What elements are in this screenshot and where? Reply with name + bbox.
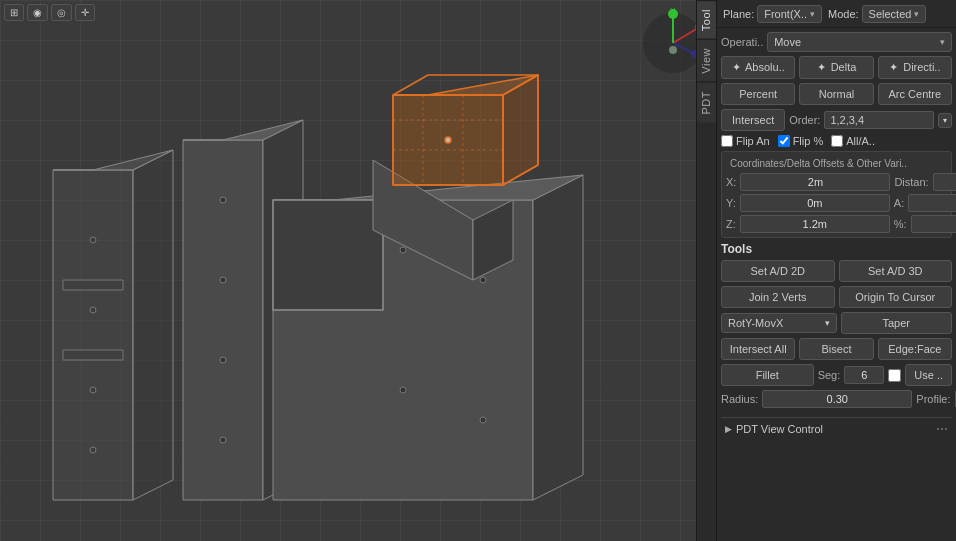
mode-label: Mode: Selected xyxy=(828,5,926,23)
svg-point-22 xyxy=(220,277,226,283)
svg-point-31 xyxy=(480,277,486,283)
svg-point-15 xyxy=(90,307,96,313)
operation-row: Operati.. Move xyxy=(721,32,952,52)
svg-text:Y: Y xyxy=(670,8,676,15)
svg-point-17 xyxy=(90,447,96,453)
bisect-button[interactable]: Bisect xyxy=(799,338,873,360)
main-viewport: ⊞ ◉ ◎ ✛ X Y Z xyxy=(0,0,716,541)
roty-taper-row: RotY-MovX Taper xyxy=(721,312,952,334)
intersect-all-button[interactable]: Intersect All xyxy=(721,338,795,360)
set-ad-2d-button[interactable]: Set A/D 2D xyxy=(721,260,835,282)
mode-dropdown[interactable]: Selected xyxy=(862,5,927,23)
svg-point-32 xyxy=(400,387,406,393)
flip-percent-item: Flip % xyxy=(778,135,824,147)
camera-icon-btn[interactable]: ◉ xyxy=(27,4,48,21)
plane-label-text: Plane: xyxy=(723,8,754,20)
order-dropdown[interactable] xyxy=(938,113,952,128)
fillet-button[interactable]: Fillet xyxy=(721,364,814,386)
absolute-button[interactable]: ✦ Absolu.. xyxy=(721,56,795,79)
grid-icon-btn[interactable]: ⊞ xyxy=(4,4,24,21)
seg-checkbox[interactable] xyxy=(888,369,901,382)
pdt-view-options-icon[interactable]: ⋯ xyxy=(936,422,948,436)
svg-marker-10 xyxy=(133,150,173,500)
percent-label: %: xyxy=(894,218,907,230)
all-a-checkbox[interactable] xyxy=(831,135,843,147)
origin-to-cursor-button[interactable]: Origin To Cursor xyxy=(839,286,953,308)
delta-button[interactable]: ✦ Delta xyxy=(799,56,873,79)
intersect-order-row: Intersect Order: xyxy=(721,109,952,131)
pdt-view-label: PDT View Control xyxy=(736,423,932,435)
transform-buttons-row2: Percent Normal Arc Centre xyxy=(721,83,952,105)
z-input[interactable] xyxy=(740,215,890,233)
delta-icon: ✦ xyxy=(817,61,826,73)
tab-tool[interactable]: Tool xyxy=(697,0,716,39)
percent-button[interactable]: Percent xyxy=(721,83,795,105)
y-label: Y: xyxy=(726,197,736,209)
tools-section-title: Tools xyxy=(721,240,752,258)
dist-label: Distan: xyxy=(894,176,928,188)
absolute-icon: ✦ xyxy=(732,61,741,73)
x-input[interactable] xyxy=(740,173,890,191)
intersect-button[interactable]: Intersect xyxy=(721,109,785,131)
z-coord-row: Z: %: xyxy=(726,215,947,233)
svg-point-16 xyxy=(90,387,96,393)
taper-button[interactable]: Taper xyxy=(841,312,953,334)
cursor-icon-btn[interactable]: ✛ xyxy=(75,4,95,21)
plane-dropdown[interactable]: Front(X.. xyxy=(757,5,822,23)
radius-label: Radius: xyxy=(721,393,758,405)
flip-an-checkbox[interactable] xyxy=(721,135,733,147)
arc-centre-button[interactable]: Arc Centre xyxy=(878,83,952,105)
svg-point-21 xyxy=(220,197,226,203)
radius-input[interactable] xyxy=(762,390,912,408)
normal-button[interactable]: Normal xyxy=(799,83,873,105)
seg-input[interactable] xyxy=(844,366,884,384)
operation-label: Operati.. xyxy=(721,36,763,48)
x-coord-row: X: Distan: xyxy=(726,173,947,191)
z-label: Z: xyxy=(726,218,736,230)
y-input[interactable] xyxy=(740,194,890,212)
3d-scene xyxy=(0,0,716,541)
svg-marker-28 xyxy=(273,200,383,310)
x-label: X: xyxy=(726,176,736,188)
svg-point-63 xyxy=(669,46,677,54)
fillet-seg-row: Fillet Seg: Use .. xyxy=(721,364,952,386)
flip-an-label: Flip An xyxy=(736,135,770,147)
flip-percent-checkbox[interactable] xyxy=(778,135,790,147)
operation-dropdown[interactable]: Move xyxy=(767,32,952,52)
roty-dropdown[interactable]: RotY-MovX xyxy=(721,313,837,333)
use-button[interactable]: Use .. xyxy=(905,364,952,386)
sphere-icon-btn[interactable]: ◎ xyxy=(51,4,72,21)
transform-buttons-row1: ✦ Absolu.. ✦ Delta ✦ Directi.. xyxy=(721,56,952,79)
percent-input[interactable] xyxy=(911,215,956,233)
all-a-item: All/A.. xyxy=(831,135,875,147)
set-ad-3d-button[interactable]: Set A/D 3D xyxy=(839,260,953,282)
flip-an-item: Flip An xyxy=(721,135,770,147)
tools-section: Tools xyxy=(721,242,952,256)
coordinates-section: Coordinates/Delta Offsets & Other Vari..… xyxy=(721,151,952,238)
dist-input[interactable] xyxy=(933,173,956,191)
profile-label: Profile: xyxy=(916,393,950,405)
directi-button[interactable]: ✦ Directi.. xyxy=(878,56,952,79)
directi-icon: ✦ xyxy=(889,61,898,73)
order-label: Order: xyxy=(789,114,820,126)
order-input[interactable] xyxy=(824,111,934,129)
a-input[interactable] xyxy=(908,194,956,212)
set-ad-row: Set A/D 2D Set A/D 3D xyxy=(721,260,952,282)
edge-face-button[interactable]: Edge:Face xyxy=(878,338,952,360)
svg-point-48 xyxy=(445,137,451,143)
y-coord-row: Y: A: xyxy=(726,194,947,212)
all-a-label: All/A.. xyxy=(846,135,875,147)
tab-pdt[interactable]: PDT xyxy=(697,82,716,123)
mode-label-text: Mode: xyxy=(828,8,859,20)
svg-marker-26 xyxy=(533,175,583,500)
svg-marker-13 xyxy=(63,350,123,360)
flip-percent-label: Flip % xyxy=(793,135,824,147)
svg-point-14 xyxy=(90,237,96,243)
svg-marker-18 xyxy=(183,140,263,500)
tab-view[interactable]: View xyxy=(697,39,716,82)
radius-profile-row: Radius: Profile: xyxy=(721,390,952,408)
join-2-verts-button[interactable]: Join 2 Verts xyxy=(721,286,835,308)
seg-label: Seg: xyxy=(818,369,841,381)
pdt-view-control[interactable]: ▶ PDT View Control ⋯ xyxy=(721,417,952,440)
viewport-toolbar[interactable]: ⊞ ◉ ◎ ✛ xyxy=(4,4,95,21)
